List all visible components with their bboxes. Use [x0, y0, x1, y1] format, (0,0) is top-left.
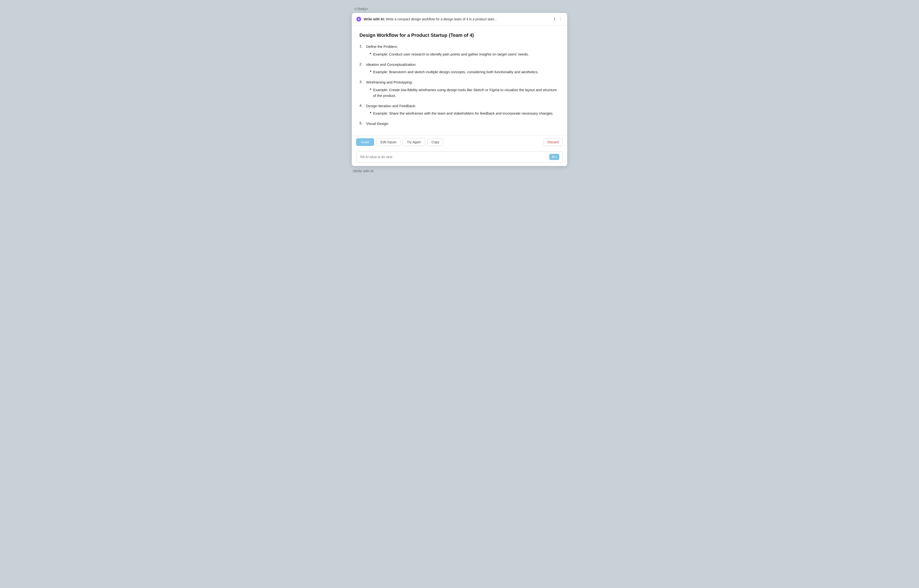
bullet-dot-icon [370, 53, 371, 54]
edit-inputs-button[interactable]: Edit Inputs [377, 138, 400, 146]
bullet-item: Example: Share the wireframes with the t… [370, 110, 560, 116]
action-bar: Insert Edit Inputs Try Again Copy Discar… [352, 135, 567, 149]
list-item: 2.Ideation and Conceptualization:Example… [359, 62, 560, 75]
item-content: Visual Design: [366, 121, 560, 126]
item-content: Design Iteration and Feedback:Example: S… [366, 103, 560, 116]
bullet-list: Example: Share the wireframes with the t… [366, 110, 560, 116]
item-heading: Visual Design: [366, 121, 560, 126]
item-heading: Wireframing and Prototyping: [366, 80, 560, 85]
tell-ai-submit-button[interactable]: ⌘↩ [549, 154, 559, 160]
bullet-dot-icon [370, 71, 371, 72]
write-with-ai-label: /Write with AI [352, 169, 567, 173]
submit-icon: ⌘↩ [552, 155, 557, 158]
bullet-text: Example: Share the wireframes with the t… [373, 110, 553, 116]
item-heading: Define the Problem: [366, 44, 560, 50]
svg-point-1 [358, 18, 359, 19]
item-heading: Design Iteration and Feedback: [366, 103, 560, 109]
item-number: 1. [359, 44, 364, 48]
bullet-list: Example: Create low-fidelity wireframes … [366, 87, 560, 99]
header-title-prefix: Write with AI: [364, 17, 385, 21]
bullet-text: Example: Create low-fidelity wireframes … [373, 87, 560, 99]
bullet-text: Example: Conduct user research to identi… [373, 52, 529, 57]
list-item: 3.Wireframing and Prototyping:Example: C… [359, 80, 560, 99]
item-number: 2. [359, 62, 364, 66]
list-item: 1.Define the Problem:Example: Conduct us… [359, 44, 560, 57]
list-item: 4.Design Iteration and Feedback:Example:… [359, 103, 560, 116]
bullet-list: Example: Conduct user research to identi… [366, 52, 560, 57]
bullet-text: Example: Brainstorm and sketch multiple … [373, 69, 539, 75]
tell-ai-input[interactable] [360, 155, 547, 159]
panel-header: Write with AI: Write a compact design wo… [352, 13, 567, 25]
numbered-list: 1.Define the Problem:Example: Conduct us… [359, 44, 560, 126]
content-area: Design Workflow for a Product Startup (T… [352, 25, 567, 135]
item-number: 3. [359, 80, 364, 84]
page-wrapper: </body> Write with AI: Write a compact d… [352, 5, 567, 173]
bullet-dot-icon [370, 89, 371, 90]
tell-ai-section: ⌘↩ [352, 149, 567, 166]
header-title-text: Write a compact design workflow for a de… [386, 17, 497, 21]
bullet-list: Example: Brainstorm and sketch multiple … [366, 69, 560, 75]
ai-panel: Write with AI: Write a compact design wo… [352, 13, 567, 166]
item-number: 5. [359, 121, 364, 125]
info-button[interactable]: ℹ [553, 16, 556, 22]
item-content: Wireframing and Prototyping:Example: Cre… [366, 80, 560, 99]
list-item: 5.Visual Design: [359, 121, 560, 126]
bullet-item: Example: Create low-fidelity wireframes … [370, 87, 560, 99]
item-content: Define the Problem:Example: Conduct user… [366, 44, 560, 57]
header-actions: ℹ ⋮ [553, 16, 563, 22]
bullet-item: Example: Brainstorm and sketch multiple … [370, 69, 560, 75]
doc-title: Design Workflow for a Product Startup (T… [359, 32, 560, 38]
discard-button[interactable]: Discard [544, 138, 563, 146]
copy-button[interactable]: Copy [427, 138, 443, 146]
code-line: </body> [352, 7, 567, 11]
item-heading: Ideation and Conceptualization: [366, 62, 560, 68]
try-again-button[interactable]: Try Again [403, 138, 425, 146]
item-number: 4. [359, 103, 364, 107]
tell-ai-input-row: ⌘↩ [356, 151, 563, 163]
header-title: Write with AI: Write a compact design wo… [364, 17, 551, 21]
item-content: Ideation and Conceptualization:Example: … [366, 62, 560, 75]
bullet-dot-icon [370, 112, 371, 113]
more-options-button[interactable]: ⋮ [558, 16, 563, 22]
insert-button[interactable]: Insert [356, 138, 374, 146]
ai-write-icon [356, 16, 361, 22]
bullet-item: Example: Conduct user research to identi… [370, 52, 560, 57]
